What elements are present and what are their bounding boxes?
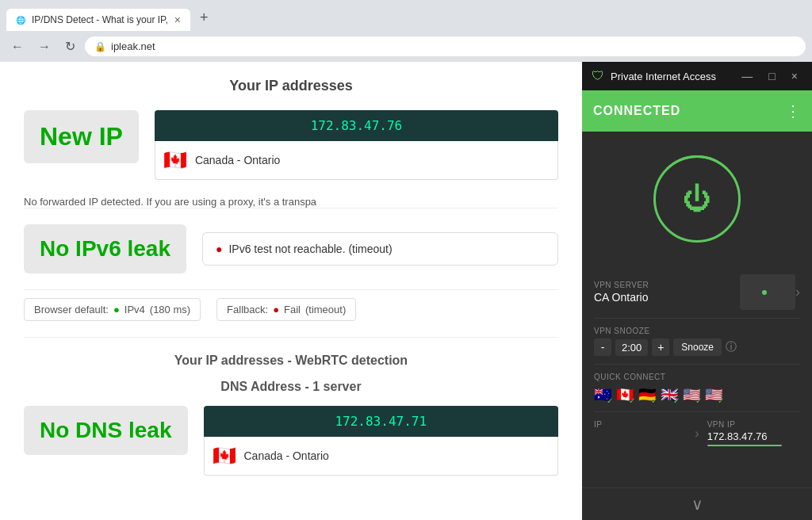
vpn-server-arrow[interactable]: › bbox=[795, 284, 800, 300]
dns-result-box: 172.83.47.71 🇨🇦 Canada - Ontario bbox=[204, 406, 559, 476]
quick-connect-label: QUICK CONNECT bbox=[594, 373, 800, 381]
fallback-label: Fallback: bbox=[227, 304, 268, 315]
vpn-snooze-label: VPN SNOOZE bbox=[594, 327, 800, 335]
ip-address-display: 172.83.47.76 bbox=[155, 110, 558, 141]
ip-col: IP bbox=[594, 420, 687, 446]
ip-label: IP bbox=[594, 420, 687, 429]
dns-section: No DNS leak 172.83.47.71 🇨🇦 Canada - Ont… bbox=[24, 406, 558, 476]
minimize-button[interactable]: — bbox=[737, 68, 757, 84]
ip-vpn-row: IP › VPN IP 172.83.47.76 bbox=[594, 412, 800, 454]
browser-chrome: 🌐 IP/DNS Detect - What is your IP, × + ←… bbox=[0, 0, 812, 62]
qc-flag-de[interactable]: 🇩🇪✓ bbox=[638, 386, 656, 403]
pia-bottom: ∨ bbox=[582, 488, 812, 520]
dns-row: Browser default: ● IPv4 (180 ms) Fallbac… bbox=[24, 289, 558, 321]
connected-status: CONNECTED bbox=[593, 104, 680, 118]
vpn-ip-label: VPN IP bbox=[707, 420, 800, 429]
red-dot-icon: ● bbox=[216, 243, 222, 255]
dns-address-heading: DNS Address - 1 server bbox=[24, 380, 558, 394]
new-ip-label: New IP bbox=[40, 122, 123, 151]
qc-flag-us1[interactable]: 🇺🇸✓ bbox=[683, 386, 700, 403]
fallback-timeout: (timeout) bbox=[305, 304, 346, 315]
ipv4-ms: (180 ms) bbox=[150, 304, 190, 315]
forward-button[interactable]: → bbox=[33, 36, 56, 57]
dns-canada-flag: 🇨🇦 bbox=[213, 445, 236, 467]
pia-titlebar: 🛡 Private Internet Access — □ × bbox=[582, 62, 812, 90]
url-text: ipleak.net bbox=[111, 40, 155, 52]
active-tab[interactable]: 🌐 IP/DNS Detect - What is your IP, × bbox=[6, 9, 190, 31]
dns-location-text: Canada - Ontario bbox=[244, 449, 329, 462]
new-ip-badge: New IP bbox=[24, 110, 139, 163]
tab-bar: 🌐 IP/DNS Detect - What is your IP, × + bbox=[0, 0, 812, 31]
browser-default-label: Browser default: bbox=[34, 304, 109, 315]
address-bar: ← → ↻ 🔒 ipleak.net bbox=[0, 31, 812, 62]
quick-connect-row: QUICK CONNECT 🇦🇺✓ 🇨🇦✓ 🇩🇪✓ 🇬🇧✓ 🇺🇸✓ 🇺🇸✓ bbox=[594, 365, 800, 412]
tab-close-button[interactable]: × bbox=[174, 13, 181, 26]
tab-title: IP/DNS Detect - What is your IP, bbox=[32, 14, 168, 25]
qc-flag-us2[interactable]: 🇺🇸✓ bbox=[705, 386, 722, 403]
vpn-server-label: VPN SERVER bbox=[594, 281, 740, 289]
chevron-down-icon[interactable]: ∨ bbox=[691, 495, 703, 514]
snooze-info-icon[interactable]: ⓘ bbox=[726, 340, 737, 354]
snooze-minus-button[interactable]: - bbox=[594, 338, 611, 356]
map-location-dot bbox=[762, 290, 767, 295]
no-ipv6-label: No IPv6 leak bbox=[40, 236, 170, 261]
dns-location-box: 🇨🇦 Canada - Ontario bbox=[204, 437, 559, 476]
qc-flag-ca[interactable]: 🇨🇦✓ bbox=[616, 386, 634, 403]
back-button[interactable]: ← bbox=[6, 36, 29, 57]
ipv4-label: IPv4 bbox=[124, 304, 145, 315]
vpn-snooze-row: VPN SNOOZE - 2:00 + Snooze ⓘ bbox=[594, 319, 800, 365]
power-icon: ⏻ bbox=[683, 182, 711, 216]
snooze-plus-button[interactable]: + bbox=[652, 338, 669, 356]
snooze-button[interactable]: Snooze bbox=[673, 338, 722, 356]
canada-flag: 🇨🇦 bbox=[163, 149, 187, 171]
power-button[interactable]: ⏻ bbox=[653, 155, 741, 243]
no-dns-badge: No DNS leak bbox=[24, 406, 188, 455]
vpn-server-value: CA Ontario bbox=[594, 291, 740, 304]
ipv6-result-text: IPv6 test not reachable. (timeout) bbox=[228, 243, 392, 255]
vpn-ip-col: VPN IP 172.83.47.76 bbox=[707, 420, 800, 446]
fallback-result: Fail bbox=[284, 304, 301, 315]
new-tab-button[interactable]: + bbox=[192, 5, 216, 31]
pia-menu-button[interactable]: ⋮ bbox=[785, 101, 801, 120]
green-dot-icon: ● bbox=[113, 304, 120, 315]
ip-location-box: 🇨🇦 Canada - Ontario bbox=[155, 141, 558, 180]
web-content: Your IP addresses New IP 172.83.47.76 🇨🇦… bbox=[0, 62, 582, 520]
ip-arrow-icon: › bbox=[695, 420, 699, 446]
forwarded-text: No forwarded IP detected. If you are usi… bbox=[24, 196, 558, 208]
page-heading: Your IP addresses bbox=[24, 78, 558, 94]
ipv6-section: No IPv6 leak ● IPv6 test not reachable. … bbox=[24, 208, 558, 273]
world-map bbox=[740, 274, 795, 310]
vpn-snooze-info: VPN SNOOZE - 2:00 + Snooze ⓘ bbox=[594, 327, 800, 356]
ipv6-result-box: ● IPv6 test not reachable. (timeout) bbox=[202, 232, 558, 266]
reload-button[interactable]: ↻ bbox=[60, 36, 80, 57]
url-input[interactable]: 🔒 ipleak.net bbox=[85, 36, 806, 56]
pia-info-section: VPN SERVER CA Ontario › VPN SNOOZE - 2:0… bbox=[582, 266, 812, 488]
location-text: Canada - Ontario bbox=[195, 154, 280, 166]
vpn-server-row: VPN SERVER CA Ontario › bbox=[594, 266, 800, 319]
browser-default-item: Browser default: ● IPv4 (180 ms) bbox=[24, 298, 201, 321]
lock-icon: 🔒 bbox=[94, 41, 106, 52]
tab-favicon: 🌐 bbox=[16, 16, 25, 25]
no-dns-label: No DNS leak bbox=[40, 418, 172, 442]
qc-flag-au[interactable]: 🇦🇺✓ bbox=[594, 386, 611, 403]
pia-panel: 🛡 Private Internet Access — □ × CONNECTE… bbox=[582, 62, 812, 520]
snooze-time-display: 2:00 bbox=[615, 339, 648, 356]
dns-ip-display: 172.83.47.71 bbox=[204, 406, 559, 437]
red-dot-small-icon: ● bbox=[273, 304, 279, 315]
webrtc-heading: Your IP addresses - WebRTC detection bbox=[24, 337, 558, 368]
window-buttons: — □ × bbox=[737, 68, 802, 84]
pia-shield-icon: 🛡 bbox=[592, 69, 604, 83]
no-ipv6-badge: No IPv6 leak bbox=[24, 224, 186, 273]
vpn-ip-value: 172.83.47.76 bbox=[707, 430, 800, 442]
qc-flag-gb[interactable]: 🇬🇧✓ bbox=[661, 386, 678, 403]
main-area: Your IP addresses New IP 172.83.47.76 🇨🇦… bbox=[0, 62, 812, 520]
fallback-item: Fallback: ● Fail (timeout) bbox=[216, 298, 356, 321]
quick-connect-flags: 🇦🇺✓ 🇨🇦✓ 🇩🇪✓ 🇬🇧✓ 🇺🇸✓ 🇺🇸✓ bbox=[594, 386, 800, 403]
power-area: ⏻ bbox=[582, 132, 812, 266]
connected-bar: CONNECTED ⋮ bbox=[582, 90, 812, 132]
vpn-server-info: VPN SERVER CA Ontario bbox=[594, 281, 740, 304]
pia-app-title: Private Internet Access bbox=[611, 71, 737, 82]
vpn-ip-underline bbox=[707, 445, 782, 446]
maximize-button[interactable]: □ bbox=[764, 68, 779, 84]
close-button[interactable]: × bbox=[787, 68, 802, 84]
